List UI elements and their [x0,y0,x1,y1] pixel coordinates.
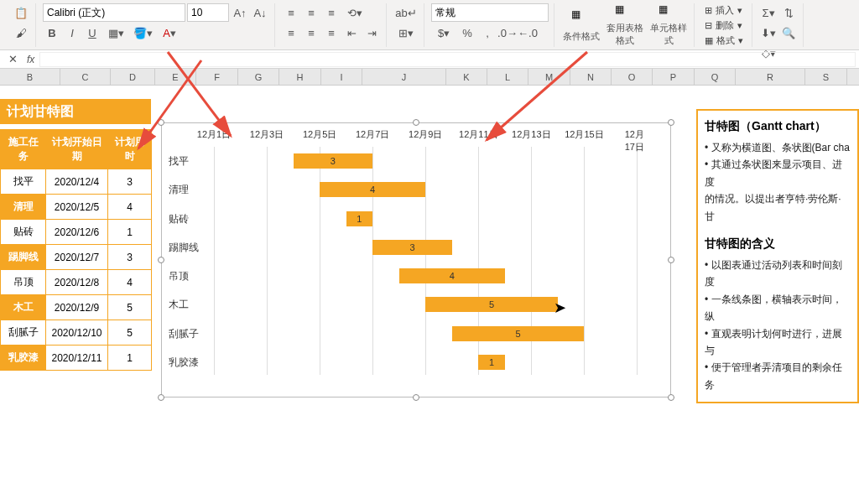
selection-handle[interactable] [668,257,674,263]
column-header[interactable]: K [446,69,487,85]
table-row[interactable]: 贴砖2020/12/61 [1,220,152,245]
selection-handle[interactable] [158,394,164,401]
table-cell: 刮腻子 [1,320,46,346]
selection-handle[interactable] [413,119,419,126]
font-group: A↑ A↓ B I U ▦▾ 🪣▾ A▾ [38,3,275,47]
currency-button[interactable]: $▾ [431,23,456,42]
info-text: • 以图表通过活动列表和时间刻度 [705,257,851,291]
decrease-decimal-button[interactable]: ←.0 [518,23,537,42]
percent-button[interactable]: % [458,23,476,42]
column-header[interactable]: S [805,69,847,85]
column-header[interactable]: O [612,69,653,85]
gantt-bar[interactable]: 3 [372,240,452,255]
column-header[interactable]: R [736,69,805,85]
font-name-select[interactable] [43,3,185,22]
insert-menu[interactable]: ⊞插入 ▾ [701,3,747,17]
paste-button[interactable]: 📋 [12,3,30,22]
table-row[interactable]: 吊顶2020/12/84 [1,270,152,295]
align-bottom-button[interactable]: ≡ [322,3,341,22]
table-row[interactable]: 找平2020/12/43 [1,169,152,195]
cancel-formula-button[interactable]: ✕ [3,50,22,69]
gantt-bar[interactable]: 5 [425,297,558,312]
table-row[interactable]: 木工2020/12/95 [1,295,152,320]
column-header[interactable]: N [570,69,612,85]
format-painter-button[interactable]: 🖌 [12,23,30,42]
fx-icon[interactable]: fx [27,54,34,65]
gantt-chart[interactable]: 12月1日12月3日12月5日12月7日12月9日12月11日12月13日12月… [161,122,671,397]
align-middle-button[interactable]: ≡ [302,3,320,22]
italic-button[interactable]: I [63,23,81,42]
sort-button[interactable]: ⇅ [779,3,798,22]
increase-decimal-button[interactable]: .0→ [498,23,517,42]
table-cell: 2020/12/5 [46,195,108,220]
bold-button[interactable]: B [43,23,61,42]
decrease-indent-button[interactable]: ⇤ [342,23,361,42]
border-button[interactable]: ▦▾ [103,23,128,42]
format-menu[interactable]: ▦格式 ▾ [701,34,747,47]
x-axis-tick: 12月3日 [250,128,284,141]
column-header[interactable]: D [111,69,155,85]
gantt-data-table: 施工任务计划开始日期计划用时 找平2020/12/43清理2020/12/54贴… [0,129,152,371]
column-header[interactable]: G [238,69,279,85]
fill-color-button[interactable]: 🪣▾ [130,23,155,42]
table-format-button[interactable]: ▦套用表格格式 [605,3,645,47]
increase-indent-button[interactable]: ⇥ [362,23,381,42]
delete-menu[interactable]: ⊟删除 ▾ [701,18,747,32]
align-left-button[interactable]: ≡ [282,23,300,42]
column-header[interactable]: F [196,69,238,85]
gantt-bar[interactable]: 1 [478,355,505,370]
fill-button[interactable]: ⬇▾ [759,23,778,42]
gantt-bar[interactable]: 4 [399,268,505,283]
selection-handle[interactable] [158,257,164,263]
selection-handle[interactable] [158,119,164,126]
table-cell: 2020/12/4 [46,169,108,195]
gantt-bar[interactable]: 1 [346,211,373,226]
font-size-select[interactable] [187,3,229,22]
find-button[interactable]: 🔍 [779,23,798,42]
selection-handle[interactable] [413,394,419,401]
align-right-button[interactable]: ≡ [322,23,341,42]
cell-style-button[interactable]: ▦单元格样式 [648,3,689,47]
column-header[interactable]: Q [695,69,736,85]
column-header[interactable]: I [321,69,362,85]
gantt-bar[interactable]: 4 [320,182,425,197]
column-header[interactable]: B [0,69,60,85]
table-cell: 1 [108,346,152,371]
merge-button[interactable]: ⊞▾ [393,23,419,42]
column-header[interactable]: P [653,69,695,85]
autosum-button[interactable]: Σ▾ [759,3,778,22]
grid-line [637,147,638,375]
table-row[interactable]: 刮腻子2020/12/105 [1,320,152,346]
mouse-cursor-icon: ➤ [554,299,566,317]
column-header[interactable]: M [528,69,570,85]
info-heading-1: 甘特图（Gantt chart） [705,119,851,134]
decrease-font-button[interactable]: A↓ [251,3,269,22]
column-header[interactable]: H [279,69,321,85]
formula-input[interactable] [39,52,856,67]
column-header[interactable]: C [60,69,111,85]
table-row[interactable]: 乳胶漆2020/12/111 [1,346,152,371]
align-center-button[interactable]: ≡ [302,23,320,42]
selection-handle[interactable] [668,394,674,401]
orientation-button[interactable]: ⟲▾ [342,3,367,22]
font-color-button[interactable]: A▾ [157,23,182,42]
align-top-button[interactable]: ≡ [282,3,300,22]
table-cell: 4 [108,195,152,220]
wrap-text-button[interactable]: ab↵ [393,3,419,22]
gantt-bar[interactable]: 5 [452,326,585,341]
selection-handle[interactable] [668,119,674,126]
column-header[interactable]: L [487,69,528,85]
gantt-bar[interactable]: 3 [294,153,373,169]
column-header[interactable]: E [155,69,196,85]
conditional-format-button[interactable]: ▦条件格式 [561,3,601,47]
underline-button[interactable]: U [83,23,102,42]
table-header: 计划开始日期 [46,130,108,169]
number-format-select[interactable] [431,3,549,22]
comma-button[interactable]: , [478,23,497,42]
alignment-group: ≡ ≡ ≡ ⟲▾ ≡ ≡ ≡ ⇤ ⇥ [277,3,387,47]
increase-font-button[interactable]: A↑ [231,3,249,22]
table-row[interactable]: 踢脚线2020/12/73 [1,245,152,270]
table-row[interactable]: 清理2020/12/54 [1,195,152,220]
column-header[interactable]: J [362,69,446,85]
info-text: • 直观表明计划何时进行，进展与 [705,325,851,360]
